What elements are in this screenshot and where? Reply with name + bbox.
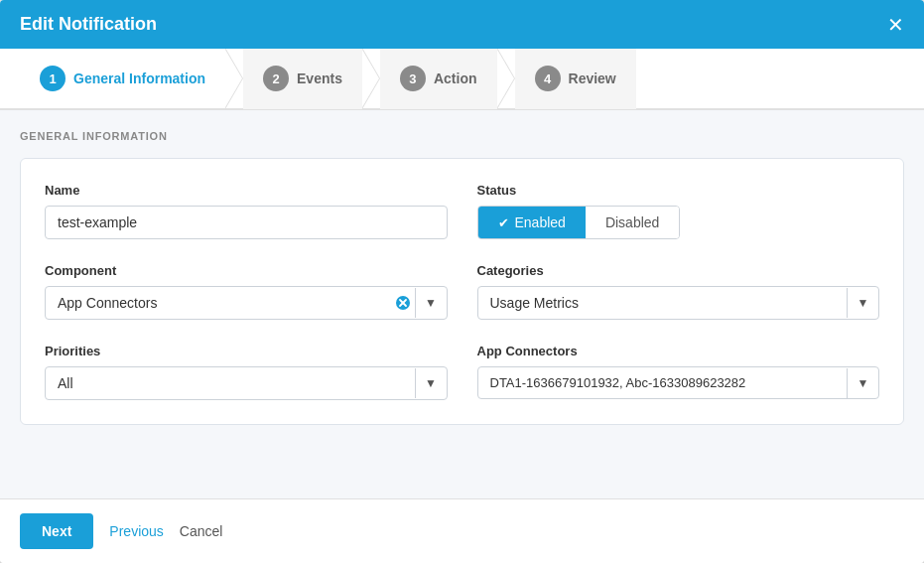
app-connectors-dropdown-icon[interactable]: ▼ (847, 368, 878, 398)
component-select[interactable]: App Connectors ▼ (45, 286, 448, 320)
step-arrow-2 (362, 49, 380, 109)
step-1[interactable]: 1 General Information (20, 49, 225, 109)
name-label: Name (45, 183, 448, 198)
categories-group: Categories Usage Metrics ▼ (477, 263, 880, 320)
edit-notification-modal: Edit Notification ✕ 1 General Informatio… (0, 0, 924, 563)
form-card: Name Status ✔ Enabled Disabled (20, 158, 904, 425)
status-label: Status (477, 183, 880, 198)
categories-select[interactable]: Usage Metrics ▼ (477, 286, 880, 320)
app-connectors-group: App Connectors DTA1-1636679101932, Abc-1… (477, 344, 880, 400)
modal-header: Edit Notification ✕ (0, 0, 924, 49)
app-connectors-select[interactable]: DTA1-1636679101932, Abc-1633089623282 ▼ (477, 366, 880, 399)
step-3-number: 3 (400, 66, 426, 91)
component-clear-icon[interactable] (391, 291, 415, 315)
step-2-label: Events (297, 70, 342, 86)
name-group: Name (45, 183, 448, 239)
step-4[interactable]: 4 Review (515, 49, 636, 109)
close-button[interactable]: ✕ (887, 15, 904, 35)
checkmark-icon: ✔ (498, 215, 509, 230)
priorities-group: Priorities All ▼ (45, 344, 448, 400)
status-toggle: ✔ Enabled Disabled (477, 206, 681, 239)
modal-footer: Next Previous Cancel (0, 498, 924, 563)
stepper: 1 General Information 2 Events 3 Action (0, 49, 924, 110)
component-dropdown-icon[interactable]: ▼ (415, 288, 447, 318)
disabled-label: Disabled (605, 214, 659, 230)
component-group: Component App Connectors ▼ (45, 263, 448, 320)
section-label: GENERAL INFORMATION (20, 130, 904, 142)
step-arrow-1 (225, 49, 243, 109)
step-1-number: 1 (40, 66, 66, 91)
app-connectors-label: App Connectors (477, 344, 880, 358)
categories-dropdown-icon[interactable]: ▼ (847, 288, 878, 318)
component-label: Component (45, 263, 448, 278)
step-3[interactable]: 3 Action (380, 49, 497, 109)
status-group: Status ✔ Enabled Disabled (477, 183, 880, 239)
step-4-label: Review (569, 70, 616, 86)
priorities-value: All (46, 367, 415, 399)
form-row-3: Priorities All ▼ App Connectors DTA1-163… (45, 344, 879, 400)
cancel-button[interactable]: Cancel (180, 523, 223, 539)
modal-title: Edit Notification (20, 14, 157, 35)
disabled-button[interactable]: Disabled (586, 207, 679, 238)
step-1-label: General Information (73, 70, 205, 86)
enabled-label: Enabled (515, 214, 566, 230)
step-4-number: 4 (535, 66, 561, 91)
categories-label: Categories (477, 263, 880, 278)
enabled-button[interactable]: ✔ Enabled (478, 207, 586, 238)
categories-value: Usage Metrics (478, 287, 848, 319)
priorities-select[interactable]: All ▼ (45, 366, 448, 400)
previous-button[interactable]: Previous (109, 523, 163, 539)
step-2-number: 2 (263, 66, 289, 91)
modal-body: 1 General Information 2 Events 3 Action (0, 49, 924, 498)
form-row-2: Component App Connectors ▼ (45, 263, 879, 320)
step-arrow-3 (497, 49, 515, 109)
next-button[interactable]: Next (20, 513, 93, 549)
app-connectors-value: DTA1-1636679101932, Abc-1633089623282 (478, 367, 848, 398)
step-3-label: Action (434, 70, 477, 86)
form-row-1: Name Status ✔ Enabled Disabled (45, 183, 879, 239)
component-value: App Connectors (46, 287, 391, 319)
name-input[interactable] (45, 206, 448, 239)
step-2[interactable]: 2 Events (243, 49, 362, 109)
form-area: GENERAL INFORMATION Name Status ✔ Enable… (0, 110, 924, 498)
priorities-label: Priorities (45, 344, 448, 358)
priorities-dropdown-icon[interactable]: ▼ (415, 368, 447, 398)
